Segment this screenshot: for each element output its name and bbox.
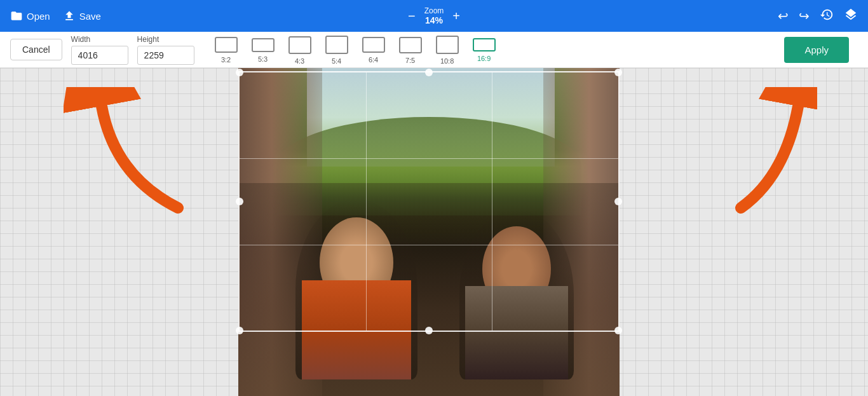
arrow-right	[728, 87, 817, 221]
ratio-r75[interactable]: 7:5	[394, 33, 427, 67]
ratio-r43[interactable]: 4:3	[283, 32, 316, 67]
ratio-r54[interactable]: 5:4	[320, 32, 353, 67]
ratio-label-r108: 10:8	[440, 57, 454, 65]
ratio-label-r32: 3:2	[221, 56, 231, 64]
height-label: Height	[137, 35, 159, 44]
apply-button[interactable]: Apply	[784, 37, 849, 63]
save-button[interactable]: Save	[63, 10, 101, 22]
height-input[interactable]	[137, 46, 194, 65]
ratio-label-r43: 4:3	[295, 57, 304, 65]
cancel-button[interactable]: Cancel	[10, 39, 62, 60]
zoom-label: Zoom	[424, 6, 444, 15]
height-group: Height	[137, 35, 194, 65]
zoom-value: 14%	[424, 15, 444, 25]
zoom-label-group: Zoom 14%	[424, 6, 444, 25]
svg-rect-0	[215, 38, 237, 52]
layers-button[interactable]	[844, 8, 858, 25]
history-button[interactable]	[820, 8, 834, 25]
ratio-label-r169: 16:9	[477, 55, 491, 62]
svg-rect-7	[473, 39, 495, 51]
svg-rect-1	[252, 39, 274, 51]
ratio-label-r64: 6:4	[369, 56, 378, 64]
svg-rect-4	[363, 38, 384, 52]
crop-toolbar: Cancel Width Height 3:2 5:3 4:3	[0, 32, 868, 68]
ratio-r169[interactable]: 16:9	[468, 34, 501, 65]
top-toolbar: Open Save − Zoom 14% + ↩ ↪	[0, 0, 868, 32]
width-input[interactable]	[71, 46, 128, 65]
ratio-label-r75: 7:5	[405, 57, 415, 64]
svg-rect-6	[437, 36, 458, 53]
canvas-area	[0, 68, 868, 396]
crop-container	[238, 68, 620, 396]
zoom-out-button[interactable]: −	[405, 10, 418, 22]
undo-button[interactable]: ↩	[778, 8, 789, 24]
width-label: Width	[71, 35, 91, 44]
ratio-r53[interactable]: 5:3	[247, 34, 280, 65]
toolbar-right: ↩ ↪	[778, 8, 858, 25]
zoom-control: − Zoom 14% +	[405, 6, 463, 25]
arrow-left	[64, 87, 203, 214]
open-button[interactable]: Open	[10, 10, 50, 22]
svg-rect-3	[326, 36, 348, 53]
ratio-r64[interactable]: 6:4	[357, 33, 390, 66]
zoom-in-button[interactable]: +	[450, 10, 463, 22]
ratio-label-r54: 5:4	[332, 57, 341, 65]
ratio-label-r53: 5:3	[258, 55, 268, 63]
ratio-r108[interactable]: 10:8	[431, 32, 464, 67]
photo	[238, 68, 620, 396]
svg-rect-5	[400, 38, 421, 53]
width-group: Width	[71, 35, 128, 65]
redo-button[interactable]: ↪	[799, 8, 810, 24]
ratio-options: 3:2 5:3 4:3 5:4 6:4 7:5	[210, 32, 501, 67]
ratio-r32[interactable]: 3:2	[210, 33, 243, 66]
svg-rect-2	[289, 37, 311, 53]
